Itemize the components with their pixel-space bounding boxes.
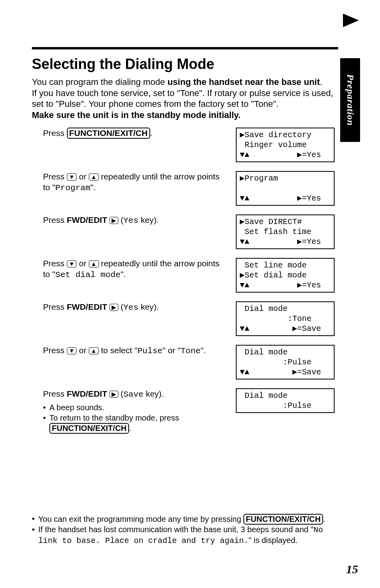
step-7-bullet-1: •A beep sounds. [43,402,229,413]
step-2: Press ▼ or ▲ repeatedly until the arrow … [43,171,335,206]
up-key-icon: ▲ [89,260,99,267]
continue-arrow-icon [341,10,361,30]
lcd-display-3: ▶Save DIRECT# Set flash time ▼▲ ▶=Yes [236,214,335,249]
svg-marker-0 [343,14,359,27]
up-key-icon: ▲ [89,173,99,181]
step-1: Press FUNCTION/EXIT/CH. ▶Save directory … [43,128,335,162]
right-key-icon: ▶ [110,304,118,311]
lcd-display-2: ▶Program ▼▲ ▶=Yes [236,171,335,206]
function-exit-ch-key: FUNCTION/EXIT/CH [67,128,150,139]
down-key-icon: ▼ [67,260,77,267]
function-exit-ch-key: FUNCTION/EXIT/CH [49,423,129,434]
step-4: Press ▼ or ▲ repeatedly until the arrow … [43,258,335,293]
lcd-display-4: Set line mode ▶Set dial mode ▼▲ ▶=Yes [236,258,335,293]
footnotes: •You can exit the programming mode any t… [32,514,343,546]
lcd-display-7: Dial mode :Pulse [236,388,335,413]
down-key-icon: ▼ [67,347,77,354]
step-3: Press FWD/EDIT ▶ (Yes key). ▶Save DIRECT… [43,214,335,249]
page-number: 15 [346,562,358,576]
section-side-tab: Preparation [340,58,360,142]
function-exit-ch-key: FUNCTION/EXIT/CH [243,514,323,525]
step-7-bullet-2: •To return to the standby mode, press FU… [43,413,229,434]
step-5: Press FWD/EDIT ▶ (Yes key). Dial mode :T… [43,301,335,336]
header-rule [32,47,338,49]
step-6: Press ▼ or ▲ to select "Pulse" or "Tone"… [43,345,335,380]
intro-paragraph: You can program the dialing mode using t… [32,77,335,120]
down-key-icon: ▼ [67,173,77,181]
page-title: Selecting the Dialing Mode [32,56,335,73]
right-key-icon: ▶ [110,217,118,224]
lcd-display-1: ▶Save directory Ringer volume ▼▲ ▶=Yes [236,128,335,162]
lcd-display-6: Dial mode :Pulse ▼▲ ▶=Save [236,345,335,380]
step-7: Press FWD/EDIT ▶ (Save key). •A beep sou… [43,388,335,434]
lcd-display-5: Dial mode :Tone ▼▲ ▶=Save [236,301,335,336]
right-key-icon: ▶ [110,391,118,398]
section-side-tab-label: Preparation [345,74,356,126]
up-key-icon: ▲ [89,347,99,354]
